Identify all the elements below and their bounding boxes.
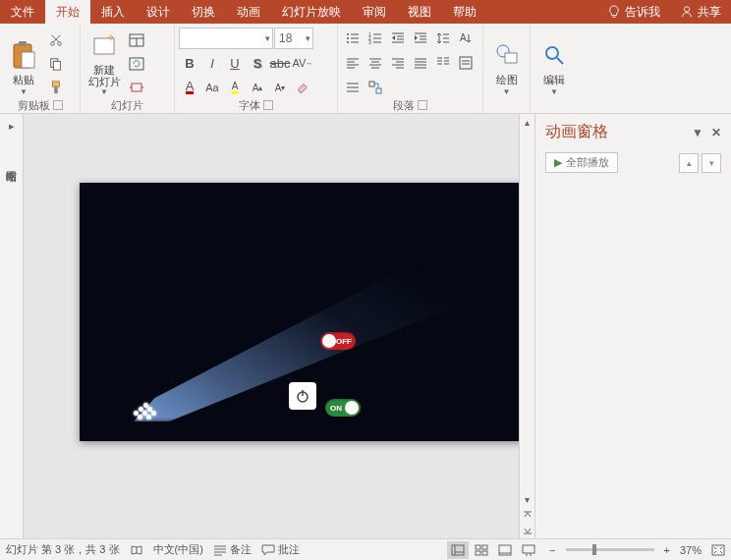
zoom-value[interactable]: 37% [680,544,702,556]
menu-tab-4[interactable]: 切换 [181,0,226,24]
bullets-button[interactable] [342,28,364,49]
align-right-button[interactable] [387,52,409,74]
zoom-out-button[interactable]: − [549,544,555,556]
numbering-button[interactable]: 123 [365,28,386,49]
columns-button[interactable] [432,52,454,74]
highlight-button[interactable]: A [224,77,246,98]
sorter-view-button[interactable] [471,541,492,559]
zoom-in-button[interactable]: + [664,544,670,556]
menu-tab-6[interactable]: 幻灯片放映 [271,0,352,24]
vertical-scrollbar[interactable]: ▴ ▾ [519,114,534,538]
smartart-icon [368,81,382,94]
power-button[interactable] [289,382,316,410]
group-slides: 新建 幻灯片 ▼ 幻灯片 [81,24,175,113]
pane-options-button[interactable]: ▼ [692,126,703,140]
strike-button[interactable]: abc [269,52,291,74]
chevron-right-icon: ▸ [9,120,15,133]
reading-view-button[interactable] [494,541,516,559]
clear-format-button[interactable] [292,77,313,98]
text-direction-button[interactable]: A [455,28,477,49]
slideshow-view-button[interactable] [518,541,539,559]
menu-tab-3[interactable]: 设计 [136,0,181,24]
font-size-combo[interactable]: 18▾ [274,28,313,49]
play-icon: ▶ [554,156,562,169]
dialog-launcher-icon[interactable] [53,100,63,110]
share-button[interactable]: 共享 [670,4,731,21]
menu-tab-1[interactable]: 开始 [45,0,90,24]
editing-label: 编辑 [543,73,565,87]
align-left-button[interactable] [342,52,364,74]
dialog-launcher-icon[interactable] [263,100,273,110]
line-spacing-button[interactable] [432,28,454,49]
clipboard-label: 剪贴板 [18,98,50,113]
move-up-button[interactable]: ▴ [679,153,699,173]
reset-button[interactable] [126,53,147,75]
scroll-up-icon[interactable]: ▴ [520,114,534,130]
tellme[interactable]: 告诉我 [597,4,670,21]
inc-indent-button[interactable] [410,28,431,49]
menu-tab-5[interactable]: 动画 [226,0,271,24]
shrink-font-button[interactable]: A▾ [269,77,291,98]
slide-info[interactable]: 幻灯片 第 3 张，共 3 张 [6,542,120,557]
toggle-off[interactable]: OFF [320,332,356,350]
dec-indent-button[interactable] [387,28,409,49]
comments-button[interactable]: 批注 [261,542,300,557]
menu-tab-7[interactable]: 审阅 [352,0,397,24]
distribute-h-button[interactable] [342,77,364,98]
copy-button[interactable] [45,53,67,75]
paste-button[interactable]: 粘贴 ▼ [4,26,43,96]
move-down-button[interactable]: ▾ [702,153,721,173]
slide-canvas[interactable]: OFF ON [24,114,519,538]
dialog-launcher-icon[interactable] [418,100,427,110]
scroll-down-icon[interactable]: ▾ [520,491,534,507]
underline-button[interactable]: U [224,52,246,74]
thumbnails-panel-collapsed[interactable]: ▸ 缩略图 [0,114,24,538]
columns-icon [436,56,450,70]
fit-button[interactable] [711,544,725,556]
notes-button[interactable]: 备注 [213,542,252,557]
bold-button[interactable]: B [179,52,200,74]
prev-slide-button[interactable] [520,507,534,523]
grow-font-button[interactable]: A▴ [247,77,268,98]
shapes-icon [495,43,519,67]
layout-button[interactable] [126,29,147,51]
shadow-button[interactable]: S [247,52,268,74]
numbering-icon: 123 [368,31,382,45]
drawing-button[interactable]: 绘图 ▼ [487,26,526,96]
italic-button[interactable]: I [201,52,223,74]
zoom-slider[interactable] [566,548,654,551]
format-painter-button[interactable] [45,77,67,98]
spell-check-button[interactable] [130,543,143,557]
justify-button[interactable] [410,52,431,74]
font-color-button[interactable]: A [179,77,200,98]
toggle-on[interactable]: ON [325,399,361,417]
change-case-button[interactable]: Aa [201,77,223,98]
play-all-button[interactable]: ▶ 全部播放 [545,152,618,173]
new-slide-button[interactable]: 新建 幻灯片 ▼ [84,26,124,96]
pane-close-button[interactable]: ✕ [711,126,721,140]
align-text-button[interactable] [455,52,477,74]
smartart-button[interactable] [365,77,386,98]
editing-button[interactable]: 编辑 ▼ [534,26,574,96]
menu-tab-9[interactable]: 帮助 [442,0,487,24]
normal-view-button[interactable] [447,541,469,559]
justify-icon [414,56,427,70]
language[interactable]: 中文(中国) [153,542,203,557]
slide[interactable]: OFF ON [80,183,519,441]
menu-tab-8[interactable]: 视图 [397,0,442,24]
notes-icon [213,544,227,556]
power-icon [295,388,310,404]
svg-rect-86 [452,545,464,555]
cut-button[interactable] [45,29,67,51]
section-button[interactable] [126,77,147,98]
font-name-combo[interactable]: ▾ [179,28,273,49]
light-source [134,393,163,417]
menu-tab-0[interactable]: 文件 [0,0,45,24]
indent-right-icon [414,31,427,45]
svg-rect-71 [369,82,374,86]
next-slide-button[interactable] [520,523,534,538]
align-center-button[interactable] [365,52,386,74]
pane-title: 动画窗格 [545,122,608,142]
menu-tab-2[interactable]: 插入 [90,0,136,24]
char-spacing-button[interactable]: AV↔ [292,52,313,74]
